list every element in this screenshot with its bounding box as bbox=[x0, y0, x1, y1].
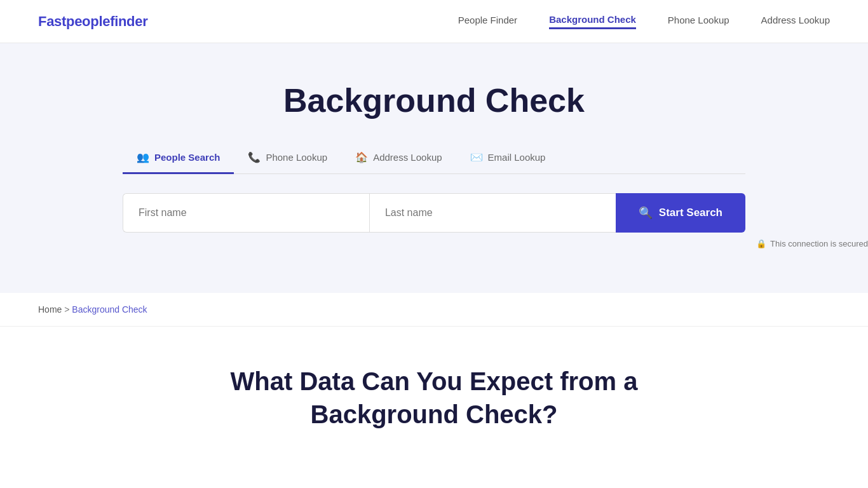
people-icon: 👥 bbox=[137, 151, 149, 163]
house-icon: 🏠 bbox=[355, 151, 368, 163]
nav-people-finder[interactable]: People Finder bbox=[458, 15, 517, 28]
breadcrumb-home[interactable]: Home bbox=[38, 304, 62, 315]
tab-phone-lookup[interactable]: 📞 Phone Lookup bbox=[234, 145, 341, 174]
main-nav: People Finder Background Check Phone Loo… bbox=[458, 14, 830, 29]
breadcrumb: Home > Background Check bbox=[0, 293, 868, 327]
site-logo[interactable]: Fastpeoplefinder bbox=[38, 13, 147, 30]
lower-section: What Data Can You Expect from a Backgrou… bbox=[0, 327, 868, 456]
search-icon: 🔍 bbox=[639, 206, 653, 220]
nav-background-check[interactable]: Background Check bbox=[549, 14, 636, 29]
start-search-label: Start Search bbox=[659, 207, 722, 219]
secure-connection-note: 🔒 This connection is secured bbox=[245, 239, 868, 248]
breadcrumb-separator: > bbox=[64, 304, 69, 315]
secure-text: This connection is secured bbox=[770, 239, 868, 248]
search-form: 🔍 Start Search bbox=[123, 193, 745, 233]
tab-address-lookup[interactable]: 🏠 Address Lookup bbox=[341, 145, 456, 174]
nav-phone-lookup[interactable]: Phone Lookup bbox=[668, 15, 729, 28]
breadcrumb-current: Background Check bbox=[72, 304, 147, 315]
phone-icon: 📞 bbox=[248, 151, 261, 163]
tab-phone-lookup-label: Phone Lookup bbox=[266, 152, 327, 163]
first-name-input[interactable] bbox=[123, 193, 369, 233]
email-icon: ✉️ bbox=[470, 151, 483, 163]
start-search-button[interactable]: 🔍 Start Search bbox=[616, 193, 745, 233]
lower-title: What Data Can You Expect from a Backgrou… bbox=[161, 365, 707, 431]
tab-address-lookup-label: Address Lookup bbox=[373, 152, 442, 163]
last-name-input[interactable] bbox=[369, 193, 616, 233]
tab-people-search-label: People Search bbox=[154, 152, 220, 163]
tab-email-lookup[interactable]: ✉️ Email Lookup bbox=[456, 145, 560, 174]
site-header: Fastpeoplefinder People Finder Backgroun… bbox=[0, 0, 868, 43]
nav-address-lookup[interactable]: Address Lookup bbox=[761, 15, 830, 28]
search-tabs: 👥 People Search 📞 Phone Lookup 🏠 Address… bbox=[123, 145, 745, 174]
hero-section: Background Check 👥 People Search 📞 Phone… bbox=[0, 43, 868, 293]
hero-title: Background Check bbox=[283, 81, 585, 119]
tab-email-lookup-label: Email Lookup bbox=[488, 152, 546, 163]
lock-icon: 🔒 bbox=[756, 239, 766, 248]
tab-people-search[interactable]: 👥 People Search bbox=[123, 145, 234, 174]
